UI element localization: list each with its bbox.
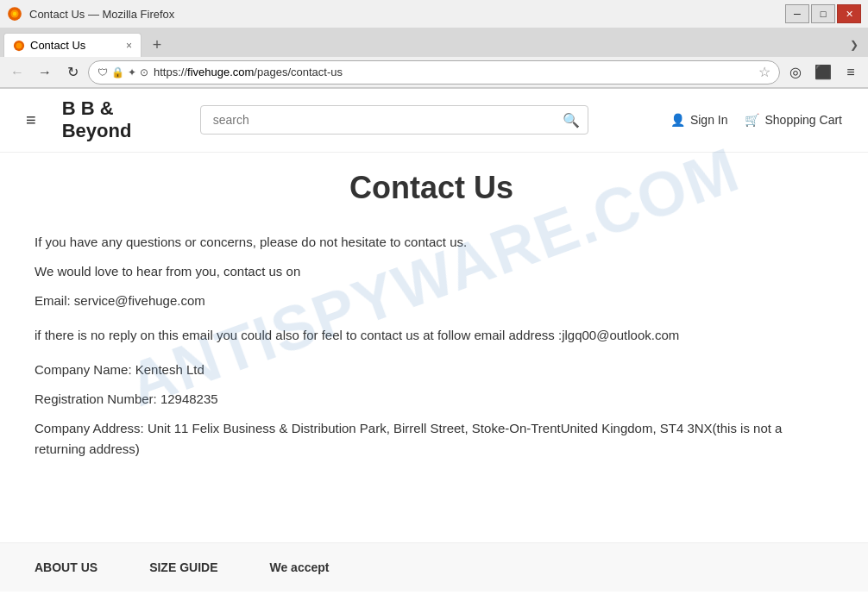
tab-close-button[interactable]: × (126, 40, 132, 52)
user-icon: 👤 (670, 113, 685, 127)
logo-line2: Beyond (62, 120, 166, 142)
footer-col-payment: We accept (269, 560, 329, 574)
firefox-logo-icon (7, 6, 22, 22)
footer-size-title: SIZE GUIDE (149, 560, 217, 574)
header-right: 👤 Sign In 🛒 Shopping Cart (670, 113, 842, 127)
tab-bar: Contact Us × + ❯ (0, 28, 868, 57)
svg-point-2 (13, 12, 17, 16)
title-bar-controls[interactable]: ─ □ ✕ (785, 4, 861, 23)
lock-icon: 🔒 (111, 66, 124, 78)
nav-right-icons: ◎ ⬛ ≡ (783, 60, 863, 85)
contact-alt-email-section: if there is no reply on this email you c… (35, 325, 828, 346)
tab-favicon-icon (13, 40, 25, 52)
cart-label: Shopping Cart (764, 113, 842, 127)
pocket-button[interactable]: ◎ (783, 60, 808, 85)
extension-icon: ⬛ (815, 64, 832, 80)
footer-col-size: SIZE GUIDE (149, 560, 217, 574)
back-button[interactable]: ← (5, 60, 29, 85)
camera-icon: ⊙ (140, 66, 148, 78)
contact-alt-email: if there is no reply on this email you c… (35, 325, 828, 346)
main-content: Contact Us If you have any questions or … (0, 153, 863, 508)
contact-paragraph1-line2: We would love to hear from you, contact … (35, 261, 828, 282)
company-address: Company Address: Unit 11 Felix Business … (35, 418, 828, 460)
svg-point-4 (16, 42, 22, 48)
search-bar-container: 🔍 (200, 105, 588, 135)
close-button[interactable]: ✕ (837, 4, 861, 23)
logo-line1: B B & (62, 97, 166, 120)
signin-button[interactable]: 👤 Sign In (670, 113, 728, 127)
search-input[interactable] (200, 105, 588, 135)
company-name: Company Name: Kentesh Ltd (35, 360, 828, 380)
forward-icon: → (38, 65, 52, 80)
url-domain: fivehuge.com (187, 66, 254, 78)
url-security-icons: 🛡 🔒 ✦ ⊙ (97, 66, 148, 78)
extension-button[interactable]: ⬛ (811, 60, 835, 85)
company-info-section: Company Name: Kentesh Ltd Registration N… (35, 360, 828, 460)
special-icon: ✦ (128, 66, 136, 78)
url-path: /pages/contact-us (254, 66, 343, 78)
footer-col-about: ABOUT US (35, 560, 97, 574)
tab-dropdown-button[interactable]: ❯ (844, 33, 865, 57)
browser-chrome: Contact Us — Mozilla Firefox ─ □ ✕ Conta… (0, 0, 868, 89)
bookmark-icon[interactable]: ☆ (758, 64, 771, 80)
cart-button[interactable]: 🛒 Shopping Cart (745, 113, 842, 127)
forward-button[interactable]: → (33, 60, 57, 85)
more-button[interactable]: ≡ (839, 60, 863, 85)
nav-bar: ← → ↻ 🛡 🔒 ✦ ⊙ https://fivehuge.com/pages… (0, 57, 868, 88)
contact-email-primary: Email: service@fivehuge.com (35, 291, 828, 311)
footer-columns: ABOUT US SIZE GUIDE We accept (35, 560, 833, 574)
url-bar[interactable]: 🛡 🔒 ✦ ⊙ https://fivehuge.com/pages/conta… (88, 60, 780, 85)
tab-label: Contact Us (30, 39, 85, 52)
footer-payment-title: We accept (269, 560, 329, 574)
minimize-button[interactable]: ─ (785, 4, 809, 23)
title-bar: Contact Us — Mozilla Firefox ─ □ ✕ (0, 0, 868, 28)
more-icon: ≡ (846, 65, 854, 80)
registration-number: Registration Number: 12948235 (35, 389, 828, 410)
reload-icon: ↻ (67, 64, 79, 80)
cart-icon: 🛒 (745, 113, 759, 127)
signin-label: Sign In (690, 113, 728, 127)
title-bar-left: Contact Us — Mozilla Firefox (7, 6, 174, 22)
search-icon: 🔍 (563, 113, 580, 128)
hamburger-icon[interactable]: ≡ (26, 110, 36, 130)
site-header: ≡ B B & Beyond 🔍 👤 Sign In 🛒 Shopping Ca… (0, 89, 868, 153)
page-content: ANTISPYWARE.COM ≡ B B & Beyond 🔍 👤 Sign … (0, 89, 868, 601)
page-title: Contact Us (35, 170, 828, 206)
site-logo: B B & Beyond (62, 97, 166, 143)
back-icon: ← (10, 65, 24, 80)
restore-button[interactable]: □ (811, 4, 835, 23)
contact-paragraph1-line1: If you have any questions or concerns, p… (35, 232, 828, 253)
new-tab-button[interactable]: + (145, 33, 169, 57)
search-button[interactable]: 🔍 (563, 112, 580, 128)
pocket-icon: ◎ (789, 64, 802, 80)
shield-icon: 🛡 (97, 66, 108, 78)
contact-intro-section: If you have any questions or concerns, p… (35, 232, 828, 311)
browser-tab-active[interactable]: Contact Us × (3, 33, 142, 57)
url-display: https://fivehuge.com/pages/contact-us (154, 66, 753, 78)
footer-about-title: ABOUT US (35, 560, 97, 574)
reload-button[interactable]: ↻ (60, 60, 85, 85)
browser-title: Contact Us — Mozilla Firefox (29, 8, 174, 21)
site-footer: ABOUT US SIZE GUIDE We accept (0, 542, 868, 592)
